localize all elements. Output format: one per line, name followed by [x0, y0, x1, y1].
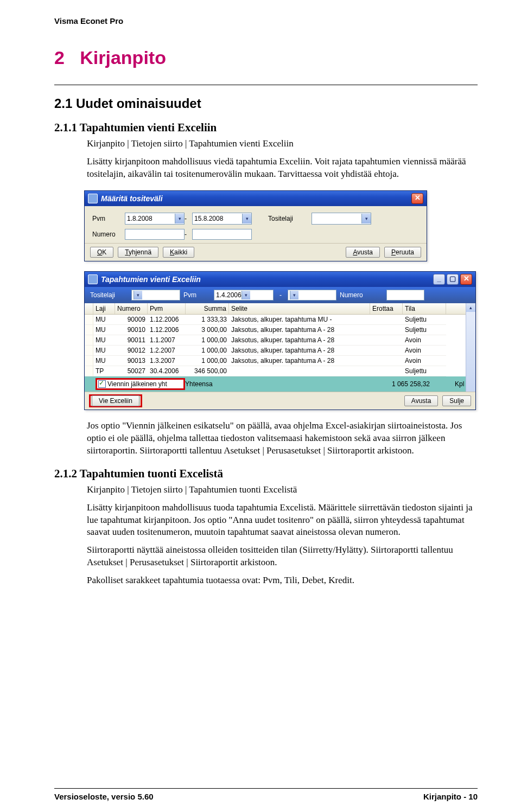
label-kpl: Kpl — [455, 380, 464, 388]
numero-input[interactable] — [386, 290, 424, 300]
chevron-down-icon[interactable]: ▾ — [134, 291, 142, 299]
cell-pvm: 1.1.2007 — [148, 335, 186, 346]
dash: - — [277, 291, 284, 299]
titlebar[interactable]: Tapahtumien vienti Exceliin _ ▢ ✕ — [85, 272, 475, 287]
scrollbar-vertical[interactable]: ▴ — [466, 303, 475, 392]
checkbox-icon[interactable] — [98, 380, 106, 388]
numero-from-input[interactable] — [125, 229, 185, 240]
col-selite[interactable]: Selite — [229, 303, 370, 314]
cell-summa: 1 000,00 — [186, 356, 229, 366]
ok-button[interactable]: OK — [90, 247, 113, 258]
tositelaji-combo[interactable]: ▾ — [312, 213, 371, 225]
cell-selite: Jaksotus, alkuper. tapahtuma MU - — [229, 315, 370, 325]
cell-selite: Jaksotus, alkuper. tapahtuma A - 28 — [229, 335, 370, 346]
cell-pvm: 1.12.2006 — [148, 325, 186, 335]
section-2-1-heading: 2.1 Uudet ominaisuudet — [54, 96, 478, 111]
cell-numero: 90009 — [115, 315, 148, 325]
cell-erottaa — [370, 335, 403, 346]
dialog-define-voucher-range: Määritä tositeväli ✕ Pvm 1.8.2008▾ - 15.… — [84, 190, 427, 261]
breadcrumb-path: Kirjanpito | Tietojen siirto | Tapahtumi… — [87, 484, 478, 496]
cell-pvm: 1.2.2007 — [148, 346, 186, 356]
chevron-down-icon[interactable]: ▾ — [175, 214, 184, 223]
close-button[interactable]: Sulje — [442, 395, 471, 406]
chapter-number: 2 — [54, 47, 65, 68]
titlebar[interactable]: Määritä tositeväli ✕ — [85, 191, 427, 206]
cell-laji: MU — [93, 335, 115, 346]
chevron-down-icon[interactable]: ▾ — [290, 291, 298, 299]
pvm-to-input[interactable]: ▾ — [288, 290, 336, 300]
cell-tila: Suljettu — [403, 315, 446, 325]
cell-erottaa — [370, 366, 403, 376]
help-button[interactable]: Avusta — [346, 247, 379, 258]
cell-selite: Jaksotus, alkuper. tapahtuma A - 28 — [229, 356, 370, 366]
cell-laji: MU — [93, 346, 115, 356]
body-paragraph: Siirtoraportti näyttää aineistossa ollei… — [87, 544, 478, 569]
label-pvm: Pvm — [92, 215, 125, 222]
maximize-icon[interactable]: ▢ — [447, 274, 459, 285]
col-erottaa[interactable]: Erottaa — [370, 303, 403, 314]
cell-tila: Avoin — [403, 335, 446, 346]
close-icon[interactable]: ✕ — [460, 274, 472, 285]
table-body: MU900091.12.20061 333,33Jaksotus, alkupe… — [85, 315, 475, 376]
cell-summa: 1 000,00 — [186, 346, 229, 356]
scroll-up-icon[interactable]: ▴ — [466, 303, 475, 312]
all-button[interactable]: Kaikki — [163, 247, 194, 258]
cell-erottaa — [370, 356, 403, 366]
cell-laji: TP — [93, 366, 115, 376]
preview-after-export-checkbox[interactable]: Viennin jälkeinen yht — [96, 378, 185, 390]
cell-laji: MU — [93, 325, 115, 335]
breadcrumb-path: Kirjanpito | Tietojen siirto | Tapahtumi… — [87, 138, 478, 150]
cell-numero: 90011 — [115, 335, 148, 346]
app-icon — [88, 194, 98, 203]
body-paragraph: Jos optio "Viennin jälkeinen esikatselu"… — [87, 420, 478, 457]
cell-laji: MU — [93, 315, 115, 325]
cell-tila: Avoin — [403, 356, 446, 366]
chevron-down-icon[interactable]: ▾ — [242, 214, 251, 223]
chevron-down-icon[interactable]: ▾ — [361, 214, 371, 223]
date-to-input[interactable]: 15.8.2008▾ — [192, 213, 252, 225]
chapter-title: Kirjanpito — [80, 47, 166, 68]
export-to-excel-button[interactable]: Vie Exceliin — [92, 395, 139, 406]
cell-selite: Jaksotus, alkuper. tapahtuma A - 28 — [229, 346, 370, 356]
date-from-input[interactable]: 1.8.2008▾ — [125, 213, 185, 225]
tositelaji-input[interactable]: ▾ — [131, 290, 180, 300]
minimize-icon[interactable]: _ — [433, 274, 445, 285]
table-row[interactable]: MU900121.2.20071 000,00Jaksotus, alkuper… — [85, 346, 475, 356]
help-button[interactable]: Avusta — [404, 395, 438, 406]
divider — [54, 85, 478, 85]
dash: - — [185, 215, 192, 222]
dash: - — [185, 231, 192, 238]
product-name: Visma Econet Pro — [54, 16, 478, 25]
cell-laji: MU — [93, 356, 115, 366]
col-pvm[interactable]: Pvm — [148, 303, 186, 314]
cell-erottaa — [370, 325, 403, 335]
close-icon[interactable]: ✕ — [411, 193, 423, 204]
col-numero[interactable]: Numero — [115, 303, 148, 314]
cell-pvm: 1.12.2006 — [148, 315, 186, 325]
chevron-down-icon[interactable]: ▾ — [242, 291, 250, 299]
clear-button[interactable]: Tyhjennä — [118, 247, 158, 258]
table-row[interactable]: MU900091.12.20061 333,33Jaksotus, alkupe… — [85, 315, 475, 325]
dialog-export-to-excel: Tapahtumien vienti Exceliin _ ▢ ✕ Tosite… — [84, 271, 476, 410]
cell-erottaa — [370, 346, 403, 356]
table-row[interactable]: MU900131.3.20071 000,00Jaksotus, alkuper… — [85, 356, 475, 366]
chapter-heading: 2 Kirjanpito — [54, 47, 478, 68]
checkbox-label: Viennin jälkeinen yht — [107, 380, 167, 388]
numero-to-input[interactable] — [192, 229, 252, 240]
cell-tila: Suljettu — [403, 366, 446, 376]
cell-tila: Avoin — [403, 346, 446, 356]
col-tila[interactable]: Tila — [403, 303, 446, 314]
pvm-from-input[interactable]: 1.4.2006▾ — [214, 290, 274, 300]
body-paragraph: Lisätty kirjanpitoon mahdollisuus viedä … — [87, 156, 478, 181]
col-laji[interactable]: Laji — [93, 303, 115, 314]
table-row[interactable]: MU900101.12.20063 000,00Jaksotus, alkupe… — [85, 325, 475, 335]
col-summa[interactable]: Summa — [186, 303, 229, 314]
label-yhteensa: Yhteensa — [185, 380, 213, 388]
label-numero: Numero — [92, 231, 125, 238]
cell-numero: 50027 — [115, 366, 148, 376]
table-row[interactable]: TP5002730.4.2006346 500,00Suljettu — [85, 366, 475, 376]
cancel-button[interactable]: Peruuta — [384, 247, 421, 258]
table-row[interactable]: MU900111.1.20071 000,00Jaksotus, alkuper… — [85, 335, 475, 346]
cell-erottaa — [370, 315, 403, 325]
cell-summa: 346 500,00 — [186, 366, 229, 376]
